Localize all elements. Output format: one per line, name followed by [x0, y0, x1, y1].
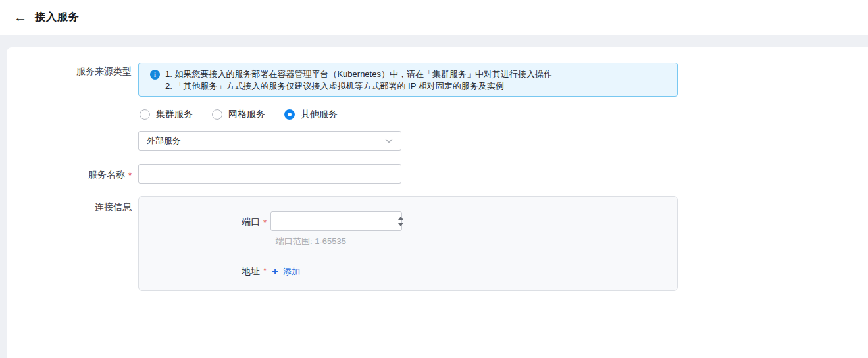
- form-row-source-type: 服务来源类型 i 1. 如果您要接入的服务部署在容器管理平台（Kubernete…: [7, 63, 868, 151]
- info-icon: i: [150, 70, 160, 80]
- source-type-content: i 1. 如果您要接入的服务部署在容器管理平台（Kubernetes）中，请在「…: [138, 63, 678, 151]
- address-label: 地址 *: [139, 266, 267, 278]
- add-address-button[interactable]: + 添加: [272, 266, 300, 278]
- required-asterisk: *: [263, 266, 267, 278]
- radio-option[interactable]: 网格服务: [212, 109, 265, 120]
- page-title: 接入服务: [35, 11, 80, 24]
- select-value: 外部服务: [147, 135, 181, 147]
- form-row-connection: 连接信息 端口 * 端口范围: 1-6: [7, 196, 868, 291]
- radio-label: 网格服务: [228, 109, 265, 120]
- source-type-radio-group: 集群服务 网格服务 其他服务: [138, 109, 678, 120]
- port-row: 端口 *: [139, 211, 677, 231]
- connection-label: 连接信息: [7, 196, 132, 291]
- spinner-up-button[interactable]: [397, 216, 404, 220]
- plus-icon: +: [272, 267, 278, 277]
- connection-content: 端口 * 端口范围: 1-65535 地址 *: [138, 196, 678, 291]
- required-asterisk: *: [128, 169, 132, 184]
- port-spinner: [397, 212, 404, 230]
- service-name-input[interactable]: [138, 164, 401, 184]
- service-name-label: 服务名称 *: [7, 164, 132, 184]
- info-line-2: 2. 「其他服务」方式接入的服务仅建议接入虚拟机等方式部署的 IP 相对固定的服…: [165, 80, 552, 92]
- required-asterisk: *: [263, 217, 267, 231]
- port-input[interactable]: [271, 213, 397, 230]
- radio-button[interactable]: [284, 109, 295, 120]
- radio-option[interactable]: 其他服务: [284, 109, 338, 120]
- radio-button[interactable]: [212, 109, 222, 120]
- service-name-label-text: 服务名称: [88, 169, 125, 184]
- arrow-down-icon: [398, 223, 403, 226]
- info-line-1: 1. 如果您要接入的服务部署在容器管理平台（Kubernetes）中，请在「集群…: [165, 68, 552, 80]
- add-button-label: 添加: [283, 266, 300, 278]
- radio-option[interactable]: 集群服务: [140, 109, 193, 120]
- radio-label: 其他服务: [301, 109, 338, 120]
- port-label: 端口 *: [139, 211, 267, 231]
- page-header: ← 接入服务: [0, 0, 868, 35]
- radio-label: 集群服务: [156, 109, 193, 120]
- chevron-down-icon: [385, 138, 393, 143]
- content-panel: 服务来源类型 i 1. 如果您要接入的服务部署在容器管理平台（Kubernete…: [7, 47, 868, 358]
- port-label-text: 端口: [242, 217, 260, 231]
- form-row-service-name: 服务名称 *: [7, 164, 868, 184]
- arrow-up-icon: [398, 217, 403, 220]
- info-text: 1. 如果您要接入的服务部署在容器管理平台（Kubernetes）中，请在「集群…: [165, 68, 552, 91]
- source-type-label-text: 服务来源类型: [76, 66, 132, 151]
- port-input-wrap: [270, 211, 402, 231]
- radio-button[interactable]: [140, 109, 150, 120]
- spinner-down-button[interactable]: [397, 222, 404, 226]
- port-range-hint: 端口范围: 1-65535: [276, 236, 677, 247]
- service-name-content: [138, 164, 401, 184]
- address-label-text: 地址: [242, 266, 260, 278]
- source-type-label: 服务来源类型: [7, 63, 132, 151]
- info-box: i 1. 如果您要接入的服务部署在容器管理平台（Kubernetes）中，请在「…: [138, 63, 678, 97]
- connection-card: 端口 * 端口范围: 1-65535 地址 *: [138, 196, 678, 291]
- connection-label-text: 连接信息: [95, 201, 132, 291]
- back-arrow-icon[interactable]: ←: [11, 8, 30, 28]
- source-type-select[interactable]: 外部服务: [138, 131, 401, 151]
- address-row: 地址 * + 添加: [139, 266, 677, 278]
